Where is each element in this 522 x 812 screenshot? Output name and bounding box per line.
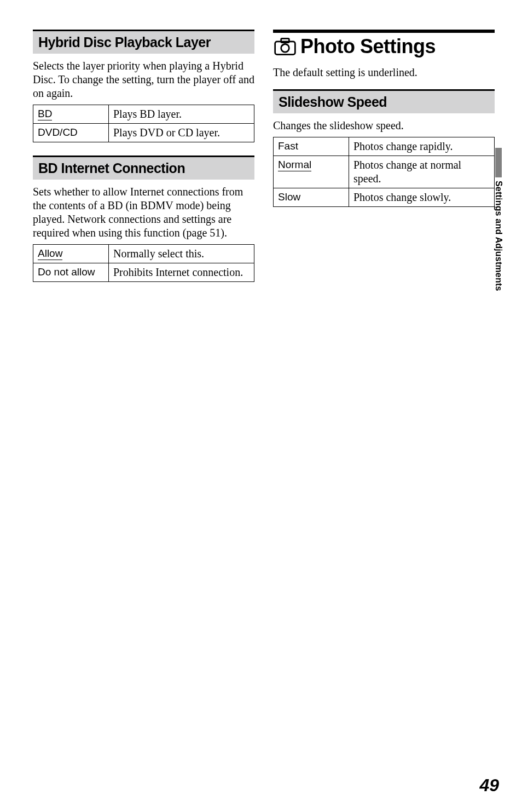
table-row: Do not allow Prohibits Internet connecti… xyxy=(33,263,254,282)
option-value: Prohibits Internet connection. xyxy=(109,263,254,282)
table-row: BD Plays BD layer. xyxy=(33,105,254,124)
table-row: Allow Normally select this. xyxy=(33,245,254,263)
option-key: BD xyxy=(38,108,52,120)
section-heading: Slideshow Speed xyxy=(273,89,495,113)
right-column: Photo Settings The default setting is un… xyxy=(273,30,495,295)
option-key: Fast xyxy=(278,140,298,152)
table-row: Slow Photos change slowly. xyxy=(274,188,495,207)
option-value: Plays DVD or CD layer. xyxy=(109,124,254,142)
option-key: DVD/CD xyxy=(38,126,78,138)
option-value: Plays BD layer. xyxy=(109,105,254,124)
table-row: Fast Photos change rapidly. xyxy=(274,137,495,156)
section-body: Sets whether to allow Internet connectio… xyxy=(33,185,254,240)
left-column: Hybrid Disc Playback Layer Selects the l… xyxy=(33,30,254,295)
side-tab-mark xyxy=(495,148,502,177)
option-key: Do not allow xyxy=(38,266,95,278)
intro-text: The default setting is underlined. xyxy=(273,66,495,79)
settings-table: Allow Normally select this. Do not allow… xyxy=(33,244,254,282)
settings-table: Fast Photos change rapidly. Normal Photo… xyxy=(273,137,495,207)
side-tab-label: Settings and Adjustments xyxy=(494,181,503,291)
section-title: Slideshow Speed xyxy=(279,94,489,110)
option-key: Allow xyxy=(38,247,62,260)
page-main-heading: Photo Settings xyxy=(273,30,495,58)
section-heading: BD Internet Connection xyxy=(33,156,254,180)
section-body: Selects the layer priority when playing … xyxy=(33,59,254,100)
table-row: Normal Photos change at normal speed. xyxy=(274,156,495,188)
settings-table: BD Plays BD layer. DVD/CD Plays DVD or C… xyxy=(33,105,254,142)
option-value: Photos change slowly. xyxy=(349,188,495,207)
option-value: Photos change rapidly. xyxy=(349,137,495,156)
option-key: Slow xyxy=(278,191,300,203)
photo-camera-icon xyxy=(273,36,297,57)
page-number: 49 xyxy=(479,775,499,796)
option-value: Normally select this. xyxy=(109,245,254,263)
main-heading-title: Photo Settings xyxy=(300,35,436,58)
section-heading: Hybrid Disc Playback Layer xyxy=(33,30,254,54)
section-title: BD Internet Connection xyxy=(38,160,249,176)
section-body: Changes the slideshow speed. xyxy=(273,119,495,133)
option-value: Photos change at normal speed. xyxy=(349,156,495,188)
option-key: Normal xyxy=(278,159,311,171)
side-tab: Settings and Adjustments xyxy=(494,148,503,291)
heading-rule xyxy=(273,30,495,33)
svg-rect-1 xyxy=(281,38,289,42)
table-row: DVD/CD Plays DVD or CD layer. xyxy=(33,124,254,142)
section-title: Hybrid Disc Playback Layer xyxy=(38,34,249,50)
